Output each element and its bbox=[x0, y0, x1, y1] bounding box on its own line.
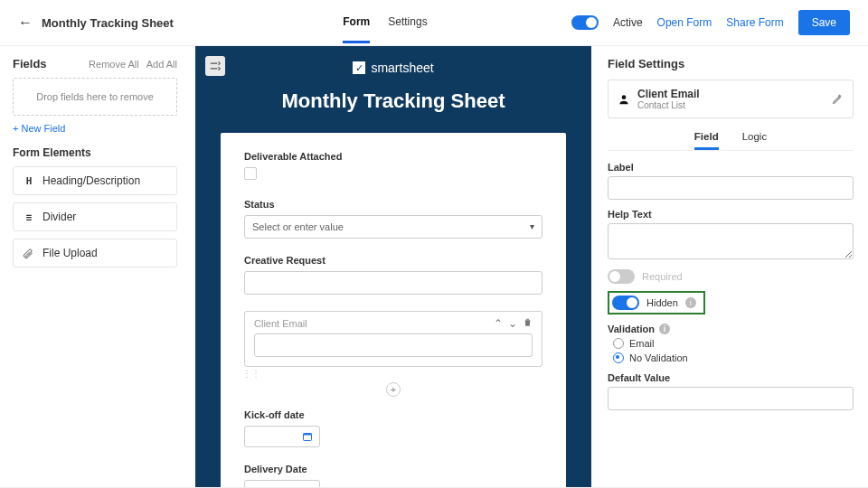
status-select[interactable]: Select or enter value bbox=[244, 215, 542, 239]
drag-handle-icon[interactable]: ⋮⋮ bbox=[242, 369, 542, 379]
element-label: Heading/Description bbox=[42, 174, 140, 187]
open-form-link[interactable]: Open Form bbox=[657, 16, 712, 29]
field-label: Creative Request bbox=[244, 255, 542, 266]
add-field-button[interactable]: + bbox=[386, 382, 401, 397]
radio-icon[interactable] bbox=[613, 338, 624, 349]
help-heading: Help Text bbox=[608, 209, 854, 220]
field-delivery-date[interactable]: Delivery Date bbox=[244, 464, 542, 487]
save-button[interactable]: Save bbox=[798, 10, 850, 35]
reorder-icon[interactable] bbox=[205, 56, 225, 76]
svg-rect-1 bbox=[304, 434, 312, 436]
help-text-input[interactable] bbox=[608, 223, 854, 259]
brand-text: smartsheet bbox=[371, 61, 433, 75]
default-value-input[interactable] bbox=[608, 387, 854, 410]
checkbox-input[interactable] bbox=[244, 167, 257, 180]
element-divider[interactable]: ≡ Divider bbox=[13, 202, 177, 231]
field-deliverable[interactable]: Deliverable Attached bbox=[244, 151, 542, 183]
edit-icon[interactable] bbox=[832, 93, 844, 105]
validation-none-option[interactable]: No Validation bbox=[613, 352, 854, 363]
logo-mark-icon bbox=[353, 61, 365, 74]
label-heading: Label bbox=[608, 162, 854, 173]
svg-point-4 bbox=[622, 95, 627, 99]
active-toggle[interactable] bbox=[571, 15, 599, 30]
collapse-up-icon[interactable]: ⌃ bbox=[494, 317, 503, 330]
field-kickoff-date[interactable]: Kick-off date bbox=[244, 409, 542, 447]
form-elements-heading: Form Elements bbox=[13, 146, 177, 159]
info-icon[interactable]: i bbox=[685, 297, 696, 308]
new-field-link[interactable]: + New Field bbox=[13, 123, 177, 134]
element-file-upload[interactable]: File Upload bbox=[13, 239, 177, 267]
heading-icon: H bbox=[23, 175, 35, 187]
remove-dropzone[interactable]: Drop fields here to remove bbox=[13, 78, 177, 116]
tab-form[interactable]: Form bbox=[343, 3, 370, 43]
element-heading[interactable]: H Heading/Description bbox=[13, 166, 177, 195]
field-label: Kick-off date bbox=[244, 409, 542, 420]
delivery-date-input[interactable] bbox=[244, 480, 320, 487]
calendar-icon[interactable] bbox=[301, 484, 314, 487]
attachment-icon bbox=[23, 248, 35, 258]
hidden-highlight: Hidden i bbox=[608, 291, 705, 314]
expand-down-icon[interactable]: ⌄ bbox=[508, 317, 517, 330]
field-label: Status bbox=[244, 199, 542, 210]
form-title[interactable]: Monthly Tracking Sheet bbox=[213, 89, 573, 113]
back-arrow-icon[interactable]: ← bbox=[18, 14, 33, 31]
creative-input[interactable] bbox=[244, 271, 542, 295]
share-form-link[interactable]: Share Form bbox=[726, 16, 783, 29]
field-settings-heading: Field Settings bbox=[608, 57, 854, 70]
selected-field-card: Client Email Contact List bbox=[608, 80, 854, 118]
active-label: Active bbox=[613, 16, 643, 29]
field-creative-request[interactable]: Creative Request bbox=[244, 255, 542, 295]
field-label: Deliverable Attached bbox=[244, 151, 542, 162]
field-status[interactable]: Status Select or enter value bbox=[244, 199, 542, 239]
required-toggle-row[interactable]: Required bbox=[608, 269, 854, 284]
tab-logic[interactable]: Logic bbox=[742, 126, 768, 150]
radio-icon[interactable] bbox=[613, 352, 624, 363]
validation-heading: Validation i bbox=[608, 324, 854, 334]
tab-settings[interactable]: Settings bbox=[388, 3, 427, 43]
field-label: Client Email bbox=[254, 318, 307, 329]
validation-email-option[interactable]: Email bbox=[613, 338, 854, 349]
add-all-link[interactable]: Add All bbox=[146, 59, 177, 70]
radio-label: No Validation bbox=[629, 352, 688, 363]
contact-icon bbox=[618, 93, 630, 106]
divider-icon: ≡ bbox=[23, 211, 35, 223]
field-type: Contact List bbox=[637, 100, 825, 110]
info-icon[interactable]: i bbox=[659, 324, 670, 334]
hidden-label: Hidden bbox=[646, 297, 678, 308]
hidden-toggle[interactable] bbox=[612, 296, 639, 310]
element-label: File Upload bbox=[42, 247, 98, 259]
required-toggle[interactable] bbox=[608, 269, 635, 284]
calendar-icon[interactable] bbox=[301, 430, 314, 443]
delete-icon[interactable] bbox=[523, 317, 533, 330]
required-label: Required bbox=[642, 271, 683, 282]
element-label: Divider bbox=[42, 211, 76, 223]
label-input[interactable] bbox=[608, 176, 854, 200]
tab-field[interactable]: Field bbox=[694, 126, 719, 150]
remove-all-link[interactable]: Remove All bbox=[89, 59, 139, 70]
field-name: Client Email bbox=[637, 88, 825, 100]
smartsheet-logo: smartsheet bbox=[353, 61, 433, 75]
field-label: Delivery Date bbox=[244, 464, 542, 474]
page-title: Monthly Tracking Sheet bbox=[42, 16, 174, 30]
fields-heading: Fields bbox=[13, 57, 47, 70]
client-email-input[interactable] bbox=[254, 333, 533, 357]
field-client-email-selected[interactable]: Client Email ⌃ ⌄ bbox=[244, 311, 542, 367]
kickoff-date-input[interactable] bbox=[244, 426, 320, 447]
radio-label: Email bbox=[629, 338, 655, 349]
default-value-heading: Default Value bbox=[608, 372, 854, 383]
